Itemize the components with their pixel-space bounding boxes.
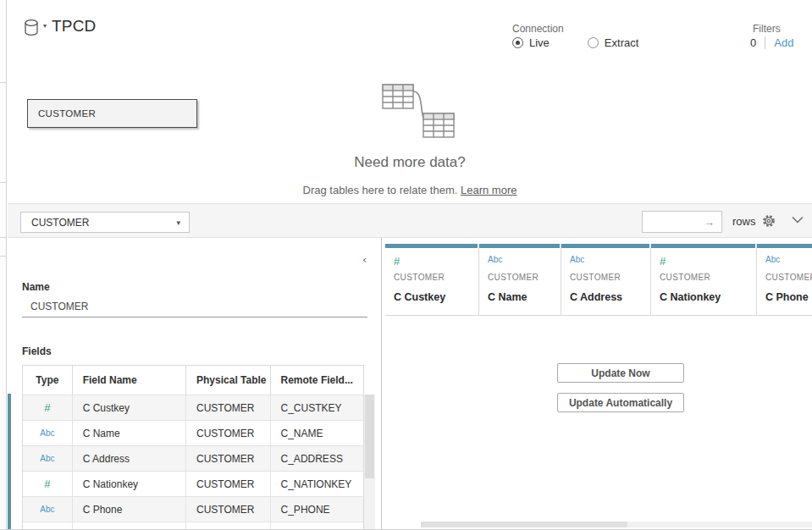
column-accent-bar [561, 244, 649, 248]
filters-label: Filters [753, 23, 781, 35]
scrollbar-thumb[interactable] [365, 395, 374, 478]
field-name-cell: C Nationkey [72, 472, 185, 496]
field-name-cell: C Name [72, 421, 185, 445]
relationship-canvas[interactable]: CUSTOMER [8, 73, 812, 204]
table-row[interactable] [23, 522, 363, 530]
field-type-icon: # [394, 255, 400, 268]
column-table-name: CUSTOMER [660, 273, 710, 282]
column-accent-bar [757, 244, 812, 248]
column-table-name: CUSTOMER [394, 273, 445, 282]
data-grid-hscrollbar[interactable] [421, 522, 812, 527]
extract-radio-label[interactable]: Extract [605, 36, 638, 49]
datasource-title[interactable]: TPCD [52, 17, 97, 36]
connection-options: Live Extract [512, 36, 638, 49]
physical-table-cell: CUSTOMER [185, 421, 270, 445]
col-header-physical-table[interactable]: Physical Table [185, 366, 270, 395]
pane-divider [0, 256, 7, 257]
table-row[interactable]: Abc C Phone CUSTOMER C_PHONE [23, 496, 363, 522]
column-field-name: C Address [570, 291, 622, 303]
table-name-field[interactable]: CUSTOMER [22, 295, 367, 317]
live-radio[interactable] [512, 37, 523, 48]
update-automatically-button[interactable]: Update Automatically [557, 393, 684, 412]
grid-settings-gear-icon[interactable] [761, 213, 778, 230]
database-icon[interactable] [24, 19, 41, 37]
remote-field-cell: C_NAME [270, 421, 363, 445]
field-type-icon: # [660, 255, 666, 268]
remote-field-cell: C_CUSTKEY [270, 395, 363, 420]
column-table-name: CUSTOMER [488, 273, 539, 282]
table-row[interactable]: Abc C Address CUSTOMER C_ADDRESS [23, 445, 363, 471]
empty-state-hint: Drag tables here to relate them. Learn m… [8, 184, 812, 196]
connection-label: Connection [512, 23, 564, 35]
collapse-panel-chevron-icon[interactable]: ‹ [362, 253, 367, 266]
database-menu-caret-icon[interactable]: ▾ [43, 22, 47, 30]
grid-column-header[interactable]: Abc CUSTOMER C Address [561, 244, 651, 315]
row-count-input[interactable]: → [642, 211, 722, 233]
table-row[interactable]: # C Nationkey CUSTOMER C_NATIONKEY [23, 471, 363, 496]
add-filter-link[interactable]: Add [774, 36, 793, 49]
field-type-icon[interactable]: Abc [40, 428, 54, 438]
learn-more-link[interactable]: Learn more [461, 184, 516, 196]
field-name-cell: C Phone [72, 497, 185, 522]
table-row[interactable]: # C Custkey CUSTOMER C_CUSTKEY [23, 395, 363, 420]
update-now-button[interactable]: Update Now [557, 363, 684, 383]
column-accent-bar [385, 244, 478, 248]
field-type-icon[interactable]: # [44, 478, 50, 490]
column-accent-bar [479, 244, 560, 248]
name-label: Name [22, 281, 50, 293]
customer-table-node[interactable]: CUSTOMER [27, 99, 197, 128]
remote-field-cell: C_PHONE [270, 497, 363, 522]
grid-column-header[interactable]: Abc CUSTOMER C Name [479, 244, 561, 315]
field-type-icon: Abc [488, 255, 502, 264]
fields-table-accent-bar [8, 394, 11, 529]
col-header-field-name[interactable]: Field Name [72, 366, 185, 395]
rows-label: rows [732, 215, 755, 228]
empty-state-hint-text: Drag tables here to relate them. [303, 184, 458, 196]
data-grid: # CUSTOMER C Custkey Abc CUSTOMER C Name… [382, 238, 812, 529]
collapse-grid-chevron-icon[interactable] [792, 216, 805, 226]
datasource-page: ▾ TPCD Connection Live Extract Filters 0… [0, 0, 812, 530]
apply-rows-arrow-icon[interactable]: → [704, 216, 715, 229]
field-type-icon[interactable]: Abc [40, 454, 54, 463]
live-radio-label[interactable]: Live [529, 36, 550, 49]
scrollbar-thumb[interactable] [421, 522, 627, 527]
table-select-dropdown[interactable]: CUSTOMER ▾ [20, 212, 190, 233]
grid-column-header[interactable]: # CUSTOMER C Nationkey [651, 244, 757, 315]
field-name-cell: C Custkey [72, 395, 185, 420]
chevron-down-icon: ▾ [176, 218, 180, 227]
fields-table-scrollbar[interactable] [364, 395, 375, 529]
pane-divider [0, 182, 7, 183]
field-type-icon[interactable]: Abc [40, 505, 54, 514]
column-accent-bar [651, 244, 755, 248]
field-type-icon: Abc [570, 255, 584, 264]
physical-table-cell: CUSTOMER [185, 395, 270, 420]
grid-column-header[interactable]: Abc CUSTOMER C Phone [757, 244, 812, 315]
filters-separator [765, 36, 765, 49]
datasource-header: ▾ TPCD Connection Live Extract Filters 0… [8, 0, 812, 73]
extract-radio[interactable] [588, 37, 599, 48]
filters-controls: 0 Add [750, 36, 793, 49]
grid-column-header[interactable]: # CUSTOMER C Custkey [385, 244, 479, 315]
pane-divider [0, 237, 7, 238]
field-name-cell: C Address [72, 446, 185, 471]
col-header-type[interactable]: Type [23, 366, 72, 395]
fields-table: Type Field Name Physical Table Remote Fi… [22, 365, 364, 529]
table-details-area: ‹ Name CUSTOMER Fields Type Field Name P… [8, 238, 812, 529]
column-field-name: C Phone [765, 291, 809, 303]
table-row[interactable]: Abc C Name CUSTOMER C_NAME [23, 420, 363, 445]
remote-field-cell: C_NATIONKEY [270, 472, 363, 496]
fields-label: Fields [22, 345, 52, 357]
column-table-name: CUSTOMER [765, 273, 812, 282]
field-type-icon[interactable]: # [44, 401, 50, 414]
physical-table-cell: CUSTOMER [185, 497, 270, 522]
empty-state-title: Need more data? [8, 154, 812, 171]
col-header-remote-field[interactable]: Remote Field... [270, 366, 363, 395]
collapsed-connections-pane[interactable] [0, 0, 7, 530]
table-select-value: CUSTOMER [31, 217, 89, 229]
table-details-toolbar: CUSTOMER ▾ → rows [8, 204, 812, 238]
column-table-name: CUSTOMER [570, 273, 621, 282]
field-type-icon: Abc [765, 255, 780, 264]
fields-table-header: Type Field Name Physical Table Remote Fi… [23, 366, 363, 395]
column-field-name: C Custkey [394, 291, 445, 303]
physical-table-cell: CUSTOMER [185, 472, 270, 496]
